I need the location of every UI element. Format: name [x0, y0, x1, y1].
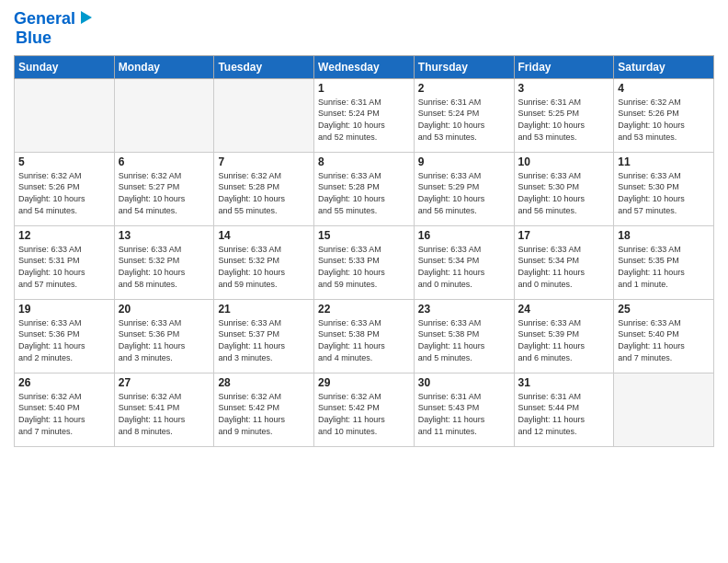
calendar-cell: 3Sunrise: 6:31 AM Sunset: 5:25 PM Daylig…	[514, 78, 614, 152]
calendar-cell: 17Sunrise: 6:33 AM Sunset: 5:34 PM Dayli…	[514, 225, 614, 299]
weekday-tuesday: Tuesday	[214, 55, 314, 78]
week-row-1: 1Sunrise: 6:31 AM Sunset: 5:24 PM Daylig…	[15, 78, 714, 152]
day-number: 29	[318, 376, 410, 389]
day-number: 17	[518, 229, 610, 242]
weekday-thursday: Thursday	[414, 55, 514, 78]
svg-marker-0	[81, 11, 92, 24]
calendar-cell: 11Sunrise: 6:33 AM Sunset: 5:30 PM Dayli…	[614, 152, 714, 225]
cell-info: Sunrise: 6:33 AM Sunset: 5:37 PM Dayligh…	[218, 317, 310, 363]
day-number: 18	[618, 229, 710, 242]
day-number: 1	[318, 82, 410, 95]
calendar-cell: 31Sunrise: 6:31 AM Sunset: 5:44 PM Dayli…	[514, 373, 614, 446]
weekday-header-row: SundayMondayTuesdayWednesdayThursdayFrid…	[15, 55, 714, 78]
day-number: 28	[218, 376, 310, 389]
logo-icon	[77, 9, 94, 26]
cell-info: Sunrise: 6:33 AM Sunset: 5:32 PM Dayligh…	[218, 244, 310, 290]
cell-info: Sunrise: 6:32 AM Sunset: 5:28 PM Dayligh…	[218, 170, 310, 216]
day-number: 3	[518, 82, 610, 95]
cell-info: Sunrise: 6:33 AM Sunset: 5:36 PM Dayligh…	[119, 317, 210, 363]
cell-info: Sunrise: 6:32 AM Sunset: 5:26 PM Dayligh…	[618, 97, 710, 143]
calendar-cell	[614, 373, 714, 446]
day-number: 16	[418, 229, 510, 242]
calendar-cell: 22Sunrise: 6:33 AM Sunset: 5:38 PM Dayli…	[314, 299, 415, 373]
day-number: 30	[418, 376, 510, 389]
calendar-cell: 10Sunrise: 6:33 AM Sunset: 5:30 PM Dayli…	[514, 152, 614, 225]
day-number: 4	[618, 82, 710, 95]
cell-info: Sunrise: 6:32 AM Sunset: 5:27 PM Dayligh…	[119, 170, 210, 216]
weekday-saturday: Saturday	[614, 55, 714, 78]
calendar-cell: 30Sunrise: 6:31 AM Sunset: 5:43 PM Dayli…	[414, 373, 514, 446]
page-container: General Blue SundayMondayTuesdayWednesda…	[0, 0, 728, 456]
calendar-cell: 21Sunrise: 6:33 AM Sunset: 5:37 PM Dayli…	[214, 299, 314, 373]
cell-info: Sunrise: 6:31 AM Sunset: 5:44 PM Dayligh…	[518, 391, 610, 437]
logo-general: General	[14, 9, 75, 28]
cell-info: Sunrise: 6:33 AM Sunset: 5:39 PM Dayligh…	[518, 317, 610, 363]
calendar-cell: 20Sunrise: 6:33 AM Sunset: 5:36 PM Dayli…	[114, 299, 214, 373]
day-number: 7	[218, 155, 310, 168]
cell-info: Sunrise: 6:33 AM Sunset: 5:36 PM Dayligh…	[18, 317, 110, 363]
cell-info: Sunrise: 6:32 AM Sunset: 5:42 PM Dayligh…	[218, 391, 310, 437]
calendar-cell: 26Sunrise: 6:32 AM Sunset: 5:40 PM Dayli…	[15, 373, 115, 446]
week-row-2: 5Sunrise: 6:32 AM Sunset: 5:26 PM Daylig…	[15, 152, 714, 225]
calendar-cell: 14Sunrise: 6:33 AM Sunset: 5:32 PM Dayli…	[214, 225, 314, 299]
day-number: 15	[318, 229, 410, 242]
day-number: 22	[318, 303, 410, 316]
calendar-cell	[15, 78, 115, 152]
calendar-cell: 27Sunrise: 6:32 AM Sunset: 5:41 PM Dayli…	[114, 373, 214, 446]
day-number: 27	[119, 376, 210, 389]
calendar-cell: 16Sunrise: 6:33 AM Sunset: 5:34 PM Dayli…	[414, 225, 514, 299]
calendar-cell: 23Sunrise: 6:33 AM Sunset: 5:38 PM Dayli…	[414, 299, 514, 373]
day-number: 5	[18, 155, 110, 168]
day-number: 9	[418, 155, 510, 168]
day-number: 11	[618, 155, 710, 168]
calendar-cell: 5Sunrise: 6:32 AM Sunset: 5:26 PM Daylig…	[15, 152, 115, 225]
day-number: 24	[518, 303, 610, 316]
day-number: 12	[18, 229, 110, 242]
cell-info: Sunrise: 6:33 AM Sunset: 5:35 PM Dayligh…	[618, 244, 710, 290]
calendar-cell: 28Sunrise: 6:32 AM Sunset: 5:42 PM Dayli…	[214, 373, 314, 446]
cell-info: Sunrise: 6:33 AM Sunset: 5:34 PM Dayligh…	[518, 244, 610, 290]
week-row-3: 12Sunrise: 6:33 AM Sunset: 5:31 PM Dayli…	[15, 225, 714, 299]
cell-info: Sunrise: 6:33 AM Sunset: 5:30 PM Dayligh…	[518, 170, 610, 216]
calendar-cell: 15Sunrise: 6:33 AM Sunset: 5:33 PM Dayli…	[314, 225, 415, 299]
cell-info: Sunrise: 6:31 AM Sunset: 5:24 PM Dayligh…	[418, 97, 510, 143]
cell-info: Sunrise: 6:31 AM Sunset: 5:25 PM Dayligh…	[518, 97, 610, 143]
week-row-4: 19Sunrise: 6:33 AM Sunset: 5:36 PM Dayli…	[15, 299, 714, 373]
day-number: 31	[518, 376, 610, 389]
calendar-cell: 9Sunrise: 6:33 AM Sunset: 5:29 PM Daylig…	[414, 152, 514, 225]
week-row-5: 26Sunrise: 6:32 AM Sunset: 5:40 PM Dayli…	[15, 373, 714, 446]
logo-blue: Blue	[16, 29, 51, 47]
cell-info: Sunrise: 6:32 AM Sunset: 5:41 PM Dayligh…	[119, 391, 210, 437]
weekday-monday: Monday	[114, 55, 214, 78]
calendar-cell: 13Sunrise: 6:33 AM Sunset: 5:32 PM Dayli…	[114, 225, 214, 299]
day-number: 23	[418, 303, 510, 316]
calendar-table: SundayMondayTuesdayWednesdayThursdayFrid…	[14, 55, 714, 447]
cell-info: Sunrise: 6:32 AM Sunset: 5:42 PM Dayligh…	[318, 391, 410, 437]
day-number: 19	[18, 303, 110, 316]
cell-info: Sunrise: 6:33 AM Sunset: 5:29 PM Dayligh…	[418, 170, 510, 216]
weekday-sunday: Sunday	[15, 55, 115, 78]
cell-info: Sunrise: 6:31 AM Sunset: 5:24 PM Dayligh…	[318, 97, 410, 143]
logo-top: General	[14, 9, 94, 29]
calendar-cell: 7Sunrise: 6:32 AM Sunset: 5:28 PM Daylig…	[214, 152, 314, 225]
calendar-cell: 6Sunrise: 6:32 AM Sunset: 5:27 PM Daylig…	[114, 152, 214, 225]
cell-info: Sunrise: 6:32 AM Sunset: 5:40 PM Dayligh…	[18, 391, 110, 437]
day-number: 6	[119, 155, 210, 168]
calendar-cell: 25Sunrise: 6:33 AM Sunset: 5:40 PM Dayli…	[614, 299, 714, 373]
cell-info: Sunrise: 6:31 AM Sunset: 5:43 PM Dayligh…	[418, 391, 510, 437]
day-number: 26	[18, 376, 110, 389]
cell-info: Sunrise: 6:33 AM Sunset: 5:30 PM Dayligh…	[618, 170, 710, 216]
calendar-cell	[214, 78, 314, 152]
weekday-wednesday: Wednesday	[314, 55, 415, 78]
cell-info: Sunrise: 6:33 AM Sunset: 5:34 PM Dayligh…	[418, 244, 510, 290]
cell-info: Sunrise: 6:33 AM Sunset: 5:31 PM Dayligh…	[18, 244, 110, 290]
day-number: 21	[218, 303, 310, 316]
cell-info: Sunrise: 6:33 AM Sunset: 5:28 PM Dayligh…	[318, 170, 410, 216]
calendar-cell: 1Sunrise: 6:31 AM Sunset: 5:24 PM Daylig…	[314, 78, 415, 152]
calendar-cell: 29Sunrise: 6:32 AM Sunset: 5:42 PM Dayli…	[314, 373, 415, 446]
calendar-cell: 12Sunrise: 6:33 AM Sunset: 5:31 PM Dayli…	[15, 225, 115, 299]
calendar-cell: 24Sunrise: 6:33 AM Sunset: 5:39 PM Dayli…	[514, 299, 614, 373]
calendar-cell: 19Sunrise: 6:33 AM Sunset: 5:36 PM Dayli…	[15, 299, 115, 373]
header-area: General Blue	[14, 9, 714, 48]
day-number: 2	[418, 82, 510, 95]
